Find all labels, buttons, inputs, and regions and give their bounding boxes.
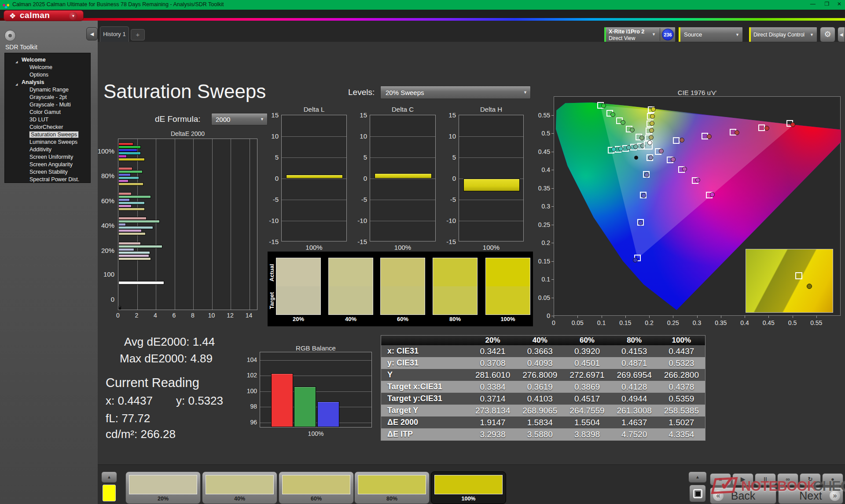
delta-xlabel: 100% bbox=[370, 244, 436, 251]
cie-xtick-mark bbox=[673, 316, 673, 318]
calman-menu-chevron-icon[interactable]: ▼ bbox=[69, 12, 77, 20]
cie-ytick-mark bbox=[551, 279, 554, 280]
cie-measure-cyan-4 bbox=[618, 146, 623, 151]
levels-dropdown[interactable]: 20% Sweeps ▼ bbox=[380, 86, 531, 99]
patch-card-40%[interactable]: 40% bbox=[202, 471, 277, 504]
cie-measure-yellow-1 bbox=[649, 135, 654, 140]
refresh-button[interactable]: ↻ bbox=[800, 473, 821, 486]
cie-ytick-mark bbox=[551, 133, 554, 134]
sidebar-item-welcome[interactable]: Welcome bbox=[5, 64, 90, 71]
sidebar-item-welcome[interactable]: ◢Welcome bbox=[5, 56, 90, 64]
cie-ytick: 0.4 bbox=[532, 166, 550, 173]
table-cell: 1.9147 bbox=[469, 416, 516, 428]
collapse-sidebar-button[interactable]: ◀ bbox=[86, 27, 98, 40]
sidebar-item-options[interactable]: Options bbox=[5, 71, 90, 79]
cie-ytick-mark bbox=[551, 170, 554, 170]
table-cell: 0.3384 bbox=[469, 381, 516, 393]
cie-target-red-1 bbox=[673, 137, 680, 144]
table-cell: 4.7520 bbox=[611, 428, 658, 440]
table-cell: 0.4437 bbox=[658, 345, 705, 357]
table-cell: 264.7559 bbox=[563, 405, 610, 416]
sidebar-item-colorchecker[interactable]: ColorChecker bbox=[5, 124, 90, 131]
display-control-chevron-icon: ▼ bbox=[810, 33, 814, 37]
deltae-group-label: 20% bbox=[92, 247, 114, 254]
display-control-label: Direct Display Control bbox=[753, 32, 805, 38]
panel-collapse-icon[interactable]: ◀ bbox=[838, 27, 845, 42]
sidebar-item-saturation-sweeps[interactable]: Saturation Sweeps bbox=[5, 131, 90, 139]
sidebar-item-grayscale-2pt[interactable]: Grayscale - 2pt bbox=[5, 94, 90, 101]
delta-ytick: -15 bbox=[442, 238, 456, 245]
deltae-xtick: 8 bbox=[187, 312, 198, 319]
table-cell: 0.4501 bbox=[563, 357, 610, 369]
patch-card-label: 100% bbox=[431, 496, 506, 502]
sidebar-item-screen-uniformity[interactable]: Screen Uniformity bbox=[5, 153, 90, 161]
sidebar-item-dynamic-range[interactable]: Dynamic Range bbox=[5, 86, 90, 94]
table-cell: 273.8134 bbox=[469, 405, 516, 416]
add-tab-button[interactable]: + bbox=[131, 29, 145, 40]
patch-list-collapse-button[interactable]: ▲ bbox=[101, 471, 117, 483]
sidebar-pin-button[interactable] bbox=[4, 30, 16, 41]
target-row-label: Target bbox=[268, 288, 276, 314]
cie-measure-yellow-2 bbox=[649, 128, 654, 133]
patch-window-button[interactable] bbox=[689, 485, 706, 502]
sidebar-item-screen-angularity[interactable]: Screen Angularity bbox=[5, 161, 90, 168]
page-title: Saturation Sweeps bbox=[103, 80, 266, 102]
sidebar-item-luminance-sweeps[interactable]: Luminance Sweeps bbox=[5, 139, 90, 146]
cie-ytick-mark bbox=[551, 225, 554, 225]
calman-menu-button[interactable]: ❖ calman ▼ bbox=[4, 10, 84, 21]
sidebar-item-grayscale-multi[interactable]: Grayscale - Multi bbox=[5, 101, 90, 109]
deltae-bar-100%-2 bbox=[118, 149, 137, 152]
meter-dropdown[interactable]: X-Rite i1Pro 2 Direct View ▼ 236 bbox=[604, 27, 676, 42]
deltae-xtick: 14 bbox=[244, 312, 254, 319]
deltae-bar-40%-4 bbox=[118, 229, 142, 232]
sidebar-item-additivity[interactable]: Additivity bbox=[5, 146, 90, 153]
close-icon[interactable]: ✕ bbox=[835, 1, 843, 9]
next-button[interactable]: Next » bbox=[778, 487, 843, 504]
rgb-bar-red bbox=[271, 373, 293, 427]
maximize-icon[interactable]: ❐ bbox=[823, 1, 831, 9]
stop-button[interactable]: ■ bbox=[710, 473, 731, 486]
de-formula-label: dE Formula: bbox=[155, 114, 200, 124]
loop-button[interactable]: ∞ bbox=[777, 473, 798, 486]
play-button[interactable]: ▶ bbox=[732, 473, 753, 486]
patch-card-60%[interactable]: 60% bbox=[279, 471, 354, 504]
cie-xtick-mark bbox=[768, 316, 769, 318]
table-cell: 0.3663 bbox=[516, 345, 563, 357]
de-formula-dropdown[interactable]: 2000 ▼ bbox=[211, 113, 268, 125]
table-cell: 3.2938 bbox=[469, 428, 516, 440]
tab-history-1[interactable]: History 1 bbox=[100, 26, 129, 42]
patch-card-80%[interactable]: 80% bbox=[354, 471, 430, 504]
deltae-bar-20%-3 bbox=[118, 251, 150, 254]
record-button[interactable]: ● bbox=[822, 473, 843, 486]
patch-card-20%[interactable]: 20% bbox=[125, 471, 201, 504]
sidebar-item-spectral-power-dist-[interactable]: Spectral Power Dist. bbox=[5, 176, 90, 183]
controls-collapse-button[interactable]: ▲ bbox=[688, 471, 707, 483]
cie-xtick-mark bbox=[577, 316, 578, 318]
minimize-icon[interactable]: — bbox=[809, 1, 817, 9]
cie-measure-cyan-3 bbox=[626, 145, 631, 150]
settings-gear-icon[interactable]: ⚙ bbox=[820, 27, 835, 42]
deltae-group-label: 100% bbox=[92, 147, 114, 155]
source-dropdown[interactable]: Source ▼ bbox=[678, 27, 743, 42]
deltae-bar-100%-3 bbox=[118, 152, 141, 155]
display-control-dropdown[interactable]: Direct Display Control ▼ bbox=[749, 27, 817, 42]
cie-ytick-mark bbox=[551, 152, 554, 152]
table-cell: 0.4517 bbox=[563, 393, 610, 405]
cie-measure-red-4 bbox=[764, 126, 769, 131]
cie-ytick: 0.5 bbox=[532, 130, 550, 137]
deltae-bar-60%-2 bbox=[118, 198, 130, 201]
pause-button[interactable]: || bbox=[755, 473, 776, 486]
cie-xtick-mark bbox=[697, 316, 698, 318]
sidebar-item-analysis[interactable]: ◢Analysis bbox=[5, 79, 90, 86]
source-chevron-icon: ▼ bbox=[735, 33, 739, 37]
delta-bar bbox=[375, 173, 432, 179]
actual-row-label: Actual bbox=[268, 259, 276, 286]
patch-card-100%[interactable]: 100% bbox=[431, 471, 506, 504]
sidebar-item-3d-lut[interactable]: 3D LUT bbox=[5, 116, 90, 124]
delta-chart-delta-l bbox=[281, 115, 347, 241]
sidebar-item-screen-stability[interactable]: Screen Stability bbox=[5, 168, 90, 176]
sidebar-item-color-gamut[interactable]: Color Gamut bbox=[5, 109, 90, 116]
back-button[interactable]: « Back bbox=[710, 487, 776, 504]
delta-ytick: 0 bbox=[442, 175, 456, 182]
deltae-bar-0-0 bbox=[118, 306, 121, 310]
